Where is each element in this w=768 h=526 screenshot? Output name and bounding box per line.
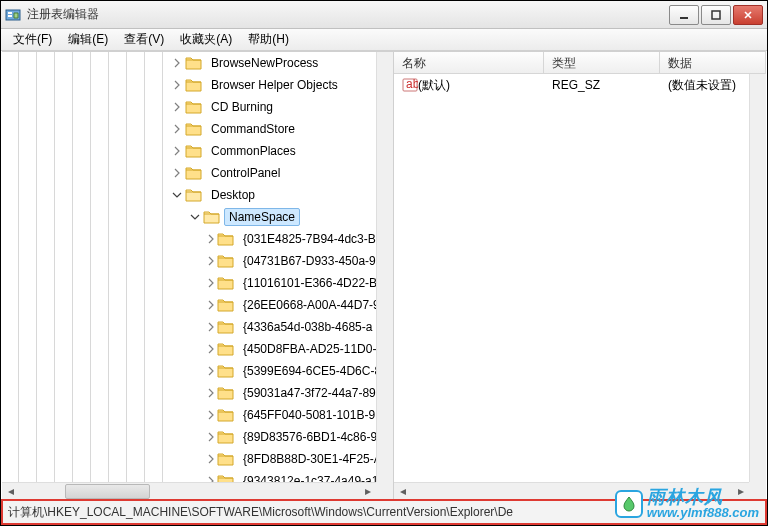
tree-item[interactable]: {26EE0668-A00A-44D7-9 [2,294,376,316]
tree-item[interactable]: CD Burning [2,96,376,118]
scroll-thumb[interactable] [65,484,150,499]
tree-item[interactable]: {4336a54d-038b-4685-a [2,316,376,338]
expander-icon[interactable] [206,298,216,312]
tree-item[interactable]: {59031a47-3f72-44a7-89 [2,382,376,404]
expander-icon[interactable] [206,408,216,422]
window-controls [669,5,763,25]
folder-icon [217,297,235,313]
tree-item[interactable]: Desktop [2,184,376,206]
tree-item[interactable]: CommandStore [2,118,376,140]
tree-item-label: {031E4825-7B94-4dc3-B [238,230,376,248]
menu-help[interactable]: 帮助(H) [240,29,297,50]
tree-item[interactable]: {9343812e-1c37-4a49-a1 [2,470,376,482]
expander-icon[interactable] [170,78,184,92]
list-pane: 名称 类型 数据 ab(默认)REG_SZ(数值未设置) ◂ ▸ [394,52,766,499]
scroll-left-icon[interactable]: ◂ [2,483,19,500]
folder-icon [185,165,203,181]
expander-icon[interactable] [170,144,184,158]
tree-item-label: {9343812e-1c37-4a49-a1 [238,472,376,482]
menubar: 文件(F) 编辑(E) 查看(V) 收藏夹(A) 帮助(H) [1,29,767,51]
scroll-right-icon[interactable]: ▸ [359,483,376,500]
tree-item-label: {26EE0668-A00A-44D7-9 [238,296,376,314]
expander-icon[interactable] [170,166,184,180]
window-title: 注册表编辑器 [27,6,669,23]
menu-favorites[interactable]: 收藏夹(A) [172,29,240,50]
svg-rect-2 [8,15,12,17]
expander-icon[interactable] [170,56,184,70]
folder-icon [217,275,235,291]
folder-icon [217,451,235,467]
tree-item[interactable]: CommonPlaces [2,140,376,162]
folder-icon [217,385,235,401]
expander-icon[interactable] [206,276,216,290]
svg-rect-3 [680,17,688,19]
tree-item[interactable]: Browser Helper Objects [2,74,376,96]
tree-item[interactable]: {450D8FBA-AD25-11D0- [2,338,376,360]
expander-icon[interactable] [206,342,216,356]
tree-item[interactable]: NameSpace [2,206,376,228]
expander-icon[interactable] [206,430,216,444]
tree-item-label: {8FD8B88D-30E1-4F25-A [238,450,376,468]
tree-view[interactable]: BrowseNewProcessBrowser Helper ObjectsCD… [2,52,376,482]
expander-icon[interactable] [206,232,216,246]
expander-icon[interactable] [206,254,216,268]
tree-item[interactable]: {89D83576-6BD1-4c86-9 [2,426,376,448]
value-name: (默认) [418,77,450,94]
list-scrollbar-horizontal[interactable]: ◂ ▸ [394,482,749,499]
tree-item-label: Browser Helper Objects [206,76,343,94]
folder-icon [185,55,203,71]
tree-scrollbar-horizontal[interactable]: ◂ ▸ [2,482,376,499]
expander-icon[interactable] [170,188,184,202]
expander-icon[interactable] [206,364,216,378]
list-scrollbar-vertical[interactable] [749,74,766,482]
svg-text:ab: ab [406,77,418,91]
tree-item-label: {5399E694-6CE5-4D6C-8 [238,362,376,380]
minimize-button[interactable] [669,5,699,25]
tree-item[interactable]: {031E4825-7B94-4dc3-B [2,228,376,250]
folder-icon [217,429,235,445]
expander-icon[interactable] [206,474,216,482]
list-view[interactable]: ab(默认)REG_SZ(数值未设置) [394,74,749,482]
value-data: (数值未设置) [660,77,749,94]
col-data[interactable]: 数据 [660,52,766,73]
tree-item-label: {645FF040-5081-101B-9F [238,406,376,424]
svg-rect-1 [8,12,12,14]
expander-icon[interactable] [170,100,184,114]
menu-view[interactable]: 查看(V) [116,29,172,50]
tree-item[interactable]: {8FD8B88D-30E1-4F25-A [2,448,376,470]
tree-item-label: CommandStore [206,120,300,138]
expander-icon[interactable] [206,386,216,400]
scroll-right-icon[interactable]: ▸ [732,483,749,500]
col-type[interactable]: 类型 [544,52,660,73]
list-row[interactable]: ab(默认)REG_SZ(数值未设置) [394,74,749,96]
tree-item[interactable]: {645FF040-5081-101B-9F [2,404,376,426]
menu-file[interactable]: 文件(F) [5,29,60,50]
expander-icon[interactable] [206,320,216,334]
tree-item[interactable]: BrowseNewProcess [2,52,376,74]
tree-item-label: CD Burning [206,98,278,116]
tree-item[interactable]: {11016101-E366-4D22-B [2,272,376,294]
titlebar: 注册表编辑器 [1,1,767,29]
menu-edit[interactable]: 编辑(E) [60,29,116,50]
maximize-button[interactable] [701,5,731,25]
folder-icon [217,319,235,335]
close-button[interactable] [733,5,763,25]
tree-item[interactable]: ControlPanel [2,162,376,184]
tree-item-label: {89D83576-6BD1-4c86-9 [238,428,376,446]
scroll-left-icon[interactable]: ◂ [394,483,411,500]
scroll-corner [749,482,766,499]
expander-icon[interactable] [170,122,184,136]
workspace: BrowseNewProcessBrowser Helper ObjectsCD… [2,51,766,499]
col-name[interactable]: 名称 [394,52,544,73]
tree-item-label: BrowseNewProcess [206,54,323,72]
value-type: REG_SZ [544,78,660,92]
tree-item-label: CommonPlaces [206,142,301,160]
tree-item-label: {04731B67-D933-450a-9 [238,252,376,270]
expander-icon[interactable] [206,452,216,466]
reg-string-icon: ab [402,77,418,93]
tree-scrollbar-vertical[interactable] [376,52,393,482]
tree-item[interactable]: {04731B67-D933-450a-9 [2,250,376,272]
expander-icon[interactable] [188,210,202,224]
tree-item[interactable]: {5399E694-6CE5-4D6C-8 [2,360,376,382]
folder-icon [217,473,235,482]
